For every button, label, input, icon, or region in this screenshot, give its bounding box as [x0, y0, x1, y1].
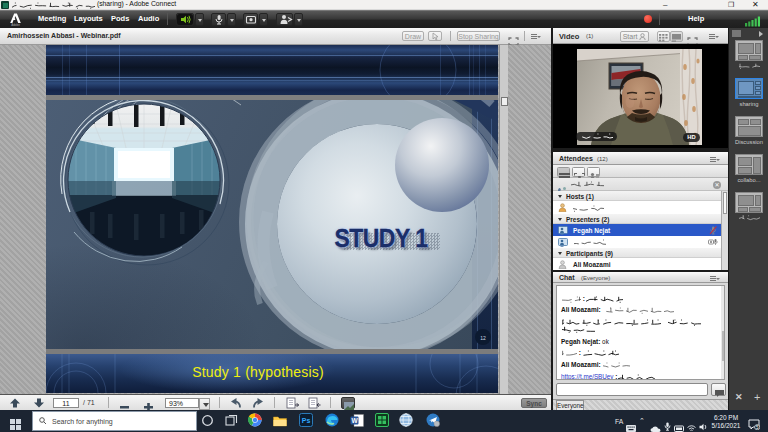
svg-text:W: W	[351, 417, 358, 424]
svg-text:12: 12	[480, 335, 486, 341]
svg-text:Ps: Ps	[302, 417, 311, 424]
svg-text:Adobe: Adobe	[11, 23, 20, 27]
